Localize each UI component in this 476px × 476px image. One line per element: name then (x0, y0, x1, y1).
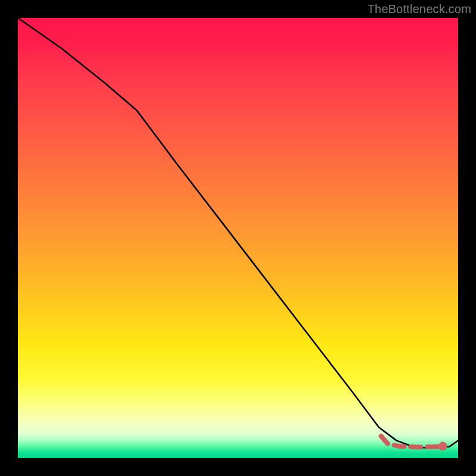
chart-svg (18, 18, 458, 458)
bottleneck-curve (18, 18, 458, 448)
optimal-range-dashed (381, 436, 441, 447)
plot-area (18, 18, 458, 458)
chart-stage: TheBottleneck.com (0, 0, 476, 476)
attribution-text: TheBottleneck.com (367, 2, 471, 16)
optimal-point-dot (439, 442, 447, 451)
